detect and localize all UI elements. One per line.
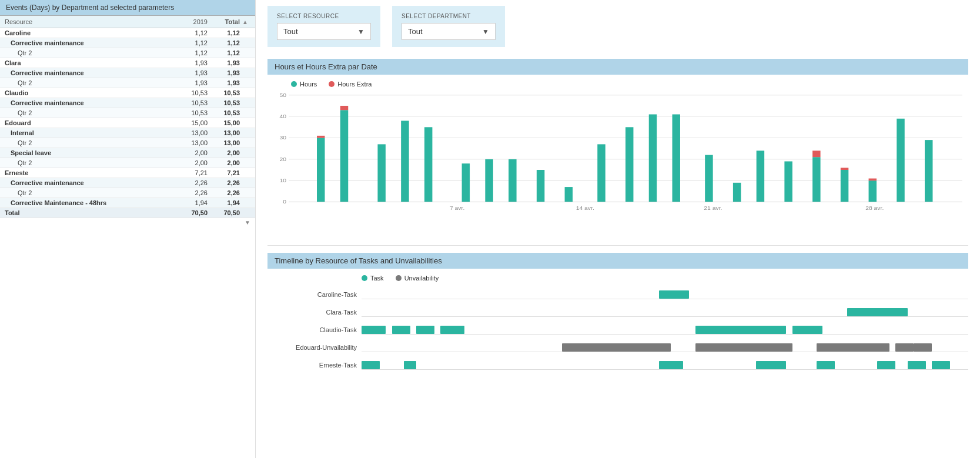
table-row: Qtr 2 2,26 2,26 [0, 188, 255, 198]
timeline-bar [392, 326, 410, 334]
svg-rect-22 [537, 170, 544, 202]
row-year: 1,12 [175, 29, 208, 36]
table-row: Internal 13,00 13,00 [0, 128, 255, 138]
svg-rect-14 [340, 110, 348, 202]
svg-rect-27 [672, 114, 680, 202]
timeline-bar [756, 361, 787, 369]
row-total: 1,94 [208, 199, 240, 206]
department-dropdown-group: SELECT DEPARTMENT Tout ▼ [392, 6, 505, 47]
row-year: 1,93 [175, 79, 208, 86]
svg-rect-13 [317, 136, 325, 138]
department-dropdown-arrow: ▼ [482, 28, 489, 36]
bar-chart-section: Hours et Hours Extra par Date Hours Hour… [267, 59, 968, 233]
table-row: Claudio 10,53 10,53 [0, 88, 255, 98]
svg-rect-18 [424, 127, 432, 202]
table-row: Clara 1,93 1,93 [0, 58, 255, 68]
bar-chart-wrapper: 010203040507 avr.14 avr.21 avr.28 avr. [267, 92, 968, 233]
resource-dropdown[interactable]: Tout ▼ [277, 23, 371, 40]
row-year: 2,00 [175, 159, 208, 166]
row-name: Corrective maintenance [11, 99, 175, 106]
svg-rect-20 [485, 159, 493, 202]
table-row: Special leave 2,00 2,00 [0, 148, 255, 158]
svg-text:50: 50 [280, 92, 287, 98]
row-year: 15,00 [175, 119, 208, 126]
svg-rect-37 [869, 179, 877, 181]
col-header-2019: 2019 [175, 18, 208, 25]
row-name: Qtr 2 [18, 49, 175, 56]
col-header-total: Total [208, 18, 240, 25]
timeline-bar [895, 343, 914, 352]
row-year: 10,53 [175, 109, 208, 116]
svg-rect-26 [649, 114, 657, 202]
timeline-track [362, 360, 968, 370]
col-header-resource: Resource [5, 18, 175, 25]
timeline-row: Clara-Task [267, 304, 968, 320]
svg-rect-36 [869, 180, 877, 202]
table-row: Qtr 2 2,00 2,00 [0, 158, 255, 168]
timeline-bar [695, 343, 792, 352]
row-year: 2,26 [175, 179, 208, 186]
row-total: 1,12 [208, 29, 240, 36]
timeline-bar [404, 361, 416, 369]
svg-rect-19 [462, 163, 470, 202]
scroll-up-button[interactable]: ▲ [240, 19, 250, 25]
department-dropdown[interactable]: Tout ▼ [402, 23, 496, 40]
timeline-task-dot [362, 275, 367, 281]
legend-dot-teal [291, 81, 297, 87]
timeline-track [362, 343, 968, 352]
svg-text:21 avr.: 21 avr. [704, 205, 722, 211]
right-panel: SELECT RESOURCE Tout ▼ SELECT DEPARTMENT… [256, 0, 980, 458]
timeline-unavailability-label: Unvailability [404, 275, 439, 282]
timeline-bar [659, 290, 690, 299]
svg-rect-38 [897, 119, 904, 202]
timeline-bar [362, 361, 380, 369]
timeline-row: Caroline-Task [267, 286, 968, 303]
svg-text:20: 20 [280, 156, 287, 162]
timeline-bar [847, 308, 908, 316]
scroll-down-button[interactable]: ▼ [0, 218, 255, 227]
timeline-section: Timeline by Resource of Tasks and Unvail… [267, 253, 968, 373]
row-total: 13,00 [208, 129, 240, 136]
timeline-bar [659, 361, 683, 369]
total-label: Total [5, 209, 175, 216]
row-total: 2,00 [208, 159, 240, 166]
row-name: Caroline [5, 29, 175, 36]
legend-hours-extra-label: Hours Extra [337, 81, 372, 88]
timeline-title: Timeline by Resource of Tasks and Unvail… [267, 253, 968, 269]
svg-text:0: 0 [283, 199, 286, 205]
total-2019: 70,50 [175, 209, 208, 216]
row-total: 1,93 [208, 59, 240, 66]
svg-rect-31 [784, 161, 792, 202]
timeline-row-label: Caroline-Task [267, 291, 362, 298]
timeline-row: Erneste-Task [267, 357, 968, 373]
table-row: Corrective Maintenance - 48hrs 1,94 1,94 [0, 198, 255, 208]
resource-dropdown-value: Tout [283, 27, 298, 36]
row-total: 10,53 [208, 89, 240, 96]
svg-rect-29 [733, 183, 741, 202]
svg-text:14 avr.: 14 avr. [576, 205, 594, 211]
row-year: 2,00 [175, 149, 208, 156]
legend-hours-extra: Hours Extra [329, 81, 372, 88]
timeline-row-label: Erneste-Task [267, 362, 362, 369]
timeline-bar [817, 361, 835, 369]
table-header: Resource 2019 Total ▲ [0, 16, 255, 28]
row-year: 10,53 [175, 99, 208, 106]
events-table: Resource 2019 Total ▲ Caroline 1,12 1,12… [0, 16, 255, 227]
row-name: Claudio [5, 89, 175, 96]
timeline-bar [440, 326, 464, 334]
svg-rect-24 [597, 144, 605, 202]
row-year: 13,00 [175, 129, 208, 136]
table-row: Erneste 7,21 7,21 [0, 168, 255, 178]
department-dropdown-value: Tout [408, 27, 423, 36]
timeline-track [362, 290, 968, 299]
row-total: 13,00 [208, 139, 240, 146]
total-total: 70,50 [208, 209, 240, 216]
row-year: 1,93 [175, 59, 208, 66]
timeline-bar [877, 361, 895, 369]
timeline-unavailability-dot [396, 275, 402, 281]
table-row: Corrective maintenance 1,12 1,12 [0, 38, 255, 48]
left-panel: Events (Days) by Department ad selected … [0, 0, 256, 458]
timeline-row: Edouard-Unvailability [267, 339, 968, 356]
table-row: Qtr 2 1,12 1,12 [0, 48, 255, 58]
svg-rect-16 [377, 144, 385, 202]
